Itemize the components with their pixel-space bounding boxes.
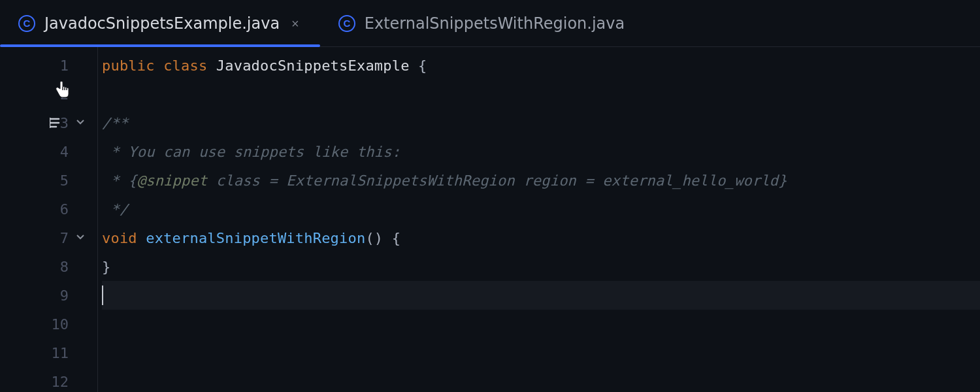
tab-label: JavadocSnippetsExample.java — [44, 14, 280, 33]
gutter-line[interactable]: 8 — [0, 252, 97, 281]
code-line[interactable]: */ — [102, 195, 980, 223]
line-number: 10 — [46, 316, 69, 333]
line-number: 7 — [46, 230, 69, 246]
code-line[interactable]: } — [102, 252, 980, 281]
brace: { — [418, 57, 427, 74]
line-number: 9 — [46, 287, 69, 304]
javadoc: class = ExternalSnippetsWithRegion regio… — [207, 172, 787, 189]
tab-javadoc-snippets-example[interactable]: C JavadocSnippetsExample.java × — [0, 0, 320, 46]
line-number: 4 — [46, 144, 69, 160]
javadoc: */ — [102, 201, 128, 218]
method-name: externalSnippetWithRegion — [146, 230, 365, 246]
class-name: JavadocSnippetsExample — [216, 57, 410, 74]
tab-label: ExternalSnippetsWithRegion.java — [365, 14, 625, 33]
keyword: public — [102, 57, 155, 74]
code-line[interactable]: void externalSnippetWithRegion() { — [102, 223, 980, 252]
close-icon[interactable]: × — [289, 16, 302, 31]
code-line[interactable]: * You can use snippets like this: — [102, 137, 980, 166]
code-line[interactable] — [102, 338, 980, 367]
code-line[interactable] — [102, 367, 980, 392]
javadoc-tag: @snippet — [137, 172, 208, 189]
keyword: class — [163, 57, 207, 74]
javadoc: /** — [102, 115, 128, 131]
gutter-line[interactable]: 5 — [0, 166, 97, 195]
gutter-line[interactable]: 12 — [0, 367, 97, 392]
code-area[interactable]: public class JavadocSnippetsExample { /*… — [98, 47, 980, 392]
code-line[interactable]: /** — [102, 108, 980, 137]
line-number: 6 — [46, 201, 69, 218]
render-doc-icon[interactable] — [50, 118, 63, 128]
gutter-line[interactable]: 9 — [0, 281, 97, 310]
java-class-icon: C — [18, 15, 35, 32]
chevron-down-icon[interactable] — [75, 117, 86, 129]
line-number: 12 — [46, 374, 69, 390]
java-class-icon: C — [338, 15, 355, 32]
gutter-line[interactable]: 7 — [0, 223, 97, 252]
gutter-line[interactable]: 10 — [0, 310, 97, 338]
line-number: 1 — [46, 57, 69, 74]
javadoc: * You can use snippets like this: — [102, 144, 400, 160]
tab-bar: C JavadocSnippetsExample.java × C Extern… — [0, 0, 980, 47]
chevron-down-icon[interactable] — [75, 232, 86, 244]
code-line-current[interactable] — [102, 281, 980, 310]
code-line[interactable] — [102, 310, 980, 338]
gutter-line[interactable]: 11 — [0, 338, 97, 367]
tab-external-snippets-with-region[interactable]: C ExternalSnippetsWithRegion.java — [320, 0, 643, 46]
gutter-line[interactable]: 3 — [0, 108, 97, 137]
line-number: 8 — [46, 259, 69, 275]
caret — [102, 286, 103, 305]
line-number: 11 — [46, 345, 69, 361]
code-line[interactable]: public class JavadocSnippetsExample { — [102, 51, 980, 80]
brace: } — [102, 259, 110, 275]
line-number: 2 — [46, 86, 69, 103]
code-editor: 123456789101112 public class JavadocSnip… — [0, 47, 980, 392]
code-line[interactable] — [102, 80, 980, 108]
javadoc: * { — [102, 172, 137, 189]
gutter-line[interactable]: 1 — [0, 51, 97, 80]
code-line[interactable]: * {@snippet class = ExternalSnippetsWith… — [102, 166, 980, 195]
gutter-line[interactable]: 6 — [0, 195, 97, 223]
keyword: void — [102, 230, 137, 246]
gutter-line[interactable]: 2 — [0, 80, 97, 108]
parens: () — [365, 230, 383, 246]
gutter: 123456789101112 — [0, 47, 98, 392]
line-number: 5 — [46, 172, 69, 189]
gutter-line[interactable]: 4 — [0, 137, 97, 166]
brace: { — [392, 230, 400, 246]
